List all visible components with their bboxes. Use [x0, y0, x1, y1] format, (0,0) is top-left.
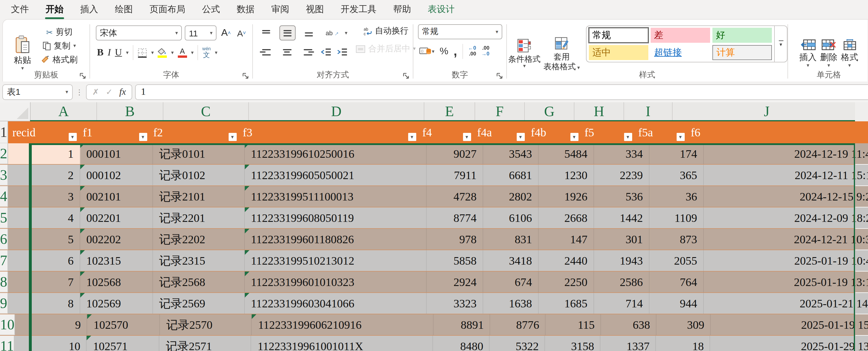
grow-font-button[interactable]: A˄ — [219, 27, 232, 39]
align-right-button[interactable] — [300, 45, 315, 59]
cell-I2[interactable]: 174 — [649, 143, 704, 164]
select-all-corner[interactable] — [0, 102, 31, 121]
column-header-C[interactable]: C — [163, 102, 249, 121]
fill-color-button[interactable] — [158, 48, 167, 58]
cell-A3[interactable]: 2 — [8, 165, 80, 185]
font-name-select[interactable]: 宋体 ▾ — [96, 25, 182, 40]
cell-B3[interactable]: 000102 — [80, 165, 153, 185]
cell-A9[interactable]: 8 — [8, 293, 80, 314]
chevron-down-icon[interactable]: ▾ — [191, 50, 194, 55]
cell-B9[interactable]: 102569 — [80, 293, 153, 314]
chevron-down-icon[interactable]: ▾ — [345, 30, 347, 35]
enter-icon[interactable]: ✓ — [106, 87, 112, 96]
cell-G6[interactable]: 147 — [538, 229, 594, 250]
cell-F3[interactable]: 6681 — [483, 165, 538, 185]
cell-F10[interactable]: 8776 — [490, 314, 546, 335]
table-header-cell-f5a[interactable]: f5a▾ — [633, 121, 686, 143]
cell-I6[interactable]: 873 — [649, 229, 704, 250]
cell-I8[interactable]: 764 — [649, 271, 704, 292]
cell-style-chip[interactable]: 计算 — [712, 45, 772, 60]
cell-G9[interactable]: 1685 — [538, 293, 594, 314]
cell-I7[interactable]: 2055 — [649, 250, 704, 271]
cell-H11[interactable]: 1337 — [600, 336, 656, 351]
menu-tab-view[interactable]: 视图 — [305, 2, 324, 17]
row-header-5[interactable]: 5 — [0, 207, 8, 228]
dialog-launcher-icon[interactable] — [496, 73, 503, 80]
shrink-font-button[interactable]: A˅ — [235, 28, 248, 38]
cell-E3[interactable]: 7911 — [426, 165, 483, 185]
menu-tab-data[interactable]: 数据 — [236, 2, 255, 17]
cell-B10[interactable]: 102570 — [87, 314, 160, 335]
cell-J6[interactable]: 2024-12-21 10:31:55 — [704, 229, 868, 250]
filter-button[interactable]: ▾ — [463, 133, 471, 141]
menu-tab-insert[interactable]: 插入 — [80, 2, 99, 17]
align-bottom-button[interactable] — [301, 26, 316, 40]
table-header-cell-f3[interactable]: f3▾ — [238, 121, 418, 143]
cell-C11[interactable]: 记录2571 — [159, 336, 251, 351]
cell-A6[interactable]: 5 — [8, 229, 80, 250]
gallery-more-button[interactable]: ▾ — [774, 25, 787, 62]
cell-J8[interactable]: 2025-01-19 13:19:19 — [704, 271, 868, 292]
filter-button[interactable]: ▾ — [408, 133, 416, 141]
cell-D9[interactable]: 112233199603041066 — [245, 293, 426, 314]
format-painter-button[interactable]: 格式刷 — [41, 54, 78, 65]
table-header-cell-recid[interactable]: recid▾ — [8, 121, 78, 143]
cell-F4[interactable]: 2802 — [483, 186, 538, 207]
cell-F2[interactable]: 3543 — [483, 143, 538, 164]
cell-B2[interactable]: 000101 — [80, 143, 153, 164]
cell-C8[interactable]: 记录2568 — [153, 271, 245, 292]
cut-button[interactable]: ✂ 剪切 — [41, 27, 78, 37]
cell-D3[interactable]: 112233199605050021 — [245, 165, 426, 185]
cell-H2[interactable]: 334 — [594, 143, 649, 164]
row-header-2[interactable]: 2 — [0, 143, 8, 164]
row-header-11[interactable]: 11 — [0, 336, 14, 351]
cell-E11[interactable]: 8480 — [433, 336, 490, 351]
cell-style-chip[interactable]: 差 — [651, 28, 710, 43]
font-color-button[interactable]: A — [178, 48, 187, 58]
cell-I10[interactable]: 309 — [656, 314, 711, 335]
cell-D2[interactable]: 112233199610250016 — [245, 143, 426, 164]
cell-C6[interactable]: 记录2202 — [153, 229, 245, 250]
cell-E8[interactable]: 2924 — [426, 271, 483, 292]
cell-B5[interactable]: 002201 — [80, 207, 153, 228]
cell-E4[interactable]: 4728 — [426, 186, 483, 207]
table-header-cell-f1[interactable]: f1▾ — [78, 121, 149, 143]
cell-J10[interactable]: 2025-01-19 15:15:51 — [711, 314, 868, 335]
cell-E5[interactable]: 8774 — [426, 207, 483, 228]
formula-input[interactable]: 1 — [135, 84, 868, 100]
cell-D11[interactable]: 11223319961001011X — [251, 336, 433, 351]
row-header-3[interactable]: 3 — [0, 165, 8, 185]
cell-H5[interactable]: 1442 — [594, 207, 649, 228]
cell-C7[interactable]: 记录2315 — [153, 250, 245, 271]
cell-J7[interactable]: 2025-01-19 10:44:11 — [704, 250, 868, 271]
name-box[interactable]: 表1 ▾ — [2, 84, 73, 100]
cell-G2[interactable]: 5484 — [538, 143, 594, 164]
cell-B7[interactable]: 102315 — [80, 250, 153, 271]
menu-tab-home[interactable]: 开始 — [45, 2, 64, 17]
menu-tab-formulas[interactable]: 公式 — [202, 2, 220, 17]
percent-style-button[interactable]: % — [440, 46, 448, 57]
merge-center-button[interactable]: 合并后居中 ▾ — [355, 43, 416, 54]
phonetic-guide-button[interactable]: wén 文 — [203, 47, 211, 58]
italic-button[interactable]: I — [108, 47, 111, 58]
cell-I9[interactable]: 944 — [649, 293, 704, 314]
table-header-cell-f6[interactable]: f6▾ — [686, 121, 868, 143]
cell-H7[interactable]: 1943 — [594, 250, 649, 271]
table-header-cell-f4[interactable]: f4▾ — [418, 121, 472, 143]
column-header-G[interactable]: G — [525, 102, 575, 121]
cell-J4[interactable]: 2024-12-15 9:21:33 — [704, 186, 868, 207]
number-format-select[interactable]: 常规 ▾ — [418, 24, 502, 39]
comma-style-button[interactable]: , — [454, 49, 457, 54]
cell-F8[interactable]: 674 — [483, 271, 538, 292]
table-header-cell-f5[interactable]: f5▾ — [580, 121, 633, 143]
cell-A2[interactable]: 1 — [8, 143, 80, 164]
cell-C10[interactable]: 记录2570 — [160, 314, 252, 335]
cell-style-chip[interactable]: 常规 — [589, 28, 648, 43]
cell-J5[interactable]: 2024-12-09 18:26:11 — [704, 207, 868, 228]
wrap-text-button[interactable]: ab c 自动换行 — [355, 25, 416, 36]
cell-G7[interactable]: 2440 — [538, 250, 594, 271]
cell-F6[interactable]: 831 — [483, 229, 538, 250]
row-header-4[interactable]: 4 — [0, 186, 8, 207]
cell-F11[interactable]: 5322 — [490, 336, 545, 351]
cell-H4[interactable]: 536 — [594, 186, 649, 207]
